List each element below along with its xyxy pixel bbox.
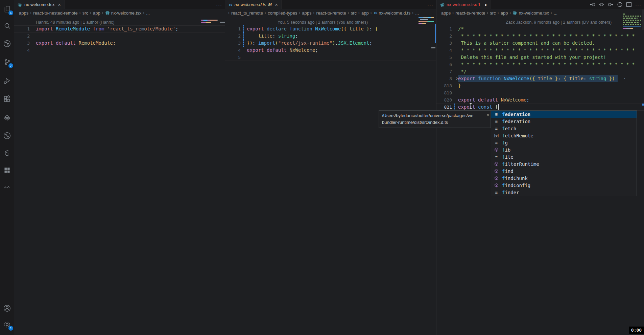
- code-editor[interactable]: 1/*2 * * * * * * * * * * * * * * * * * *…: [436, 25, 644, 111]
- suggestion-item[interactable]: ≡finder: [491, 189, 637, 196]
- suggestion-item[interactable]: findConfig: [491, 182, 637, 189]
- breadcrumb-item[interactable]: TSnx-welcome.d.ts: [374, 10, 410, 16]
- breadcrumb-item[interactable]: nx-welcome.tsx: [512, 10, 549, 16]
- search-icon[interactable]: [0, 19, 14, 33]
- suggestion-item[interactable]: ≡fetch: [491, 125, 637, 132]
- breadcrumb-item[interactable]: app: [361, 10, 369, 16]
- grid-extension-icon[interactable]: [0, 163, 14, 177]
- code-line[interactable]: 7 */: [436, 68, 644, 75]
- code-line[interactable]: 3export default RemoteModule;: [14, 40, 225, 47]
- breadcrumb-item[interactable]: apps: [441, 10, 451, 16]
- code-line[interactable]: 4export default NxWelcome;: [225, 47, 436, 54]
- code-line[interactable]: 1import RemoteModule from 'react_ts_remo…: [14, 25, 225, 32]
- overview-ruler-modified[interactable]: [642, 104, 644, 106]
- suggestion-item[interactable]: ≡file: [491, 153, 637, 160]
- squiggle-extension-icon[interactable]: [0, 180, 14, 194]
- code-line[interactable]: 4: [14, 47, 225, 54]
- code-editor[interactable]: 1import RemoteModule from 'react_ts_remo…: [14, 25, 225, 54]
- code-line[interactable]: 1/*: [436, 25, 644, 32]
- breadcrumb-item[interactable]: compiled-types: [268, 10, 297, 16]
- explorer-icon[interactable]: 1: [0, 2, 14, 16]
- code-line[interactable]: 5 Delete this file and get started with …: [436, 54, 644, 61]
- code-line[interactable]: 5: [225, 54, 436, 61]
- settings-icon[interactable]: 1: [0, 317, 14, 332]
- breadcrumb-item[interactable]: react_ts_remote: [231, 10, 263, 16]
- code-line[interactable]: 821export const f: [436, 104, 644, 111]
- code-line[interactable]: 2: [14, 32, 225, 40]
- extensions-icon[interactable]: [0, 92, 14, 106]
- breadcrumb-item[interactable]: nx-welcome.tsx: [105, 10, 142, 16]
- close-tab-icon[interactable]: ×: [275, 2, 278, 7]
- fold-chevron-icon[interactable]: ›: [455, 75, 458, 82]
- nx-console-icon[interactable]: [0, 146, 14, 160]
- scrollbar[interactable]: [642, 9, 644, 30]
- suggestion-item[interactable]: fib: [491, 146, 637, 153]
- close-tooltip-icon[interactable]: ×: [486, 112, 489, 118]
- minimap[interactable]: [419, 17, 434, 25]
- suggestion-item[interactable]: ≡federation: [491, 118, 637, 125]
- code-line[interactable]: 3}): import("react/jsx-runtime").JSX.Ele…: [225, 40, 436, 47]
- line-number: 4: [436, 47, 458, 54]
- open-changes-icon[interactable]: [599, 2, 604, 7]
- timeline-history-icon[interactable]: [617, 2, 623, 7]
- breadcrumb-item[interactable]: ...: [415, 10, 419, 16]
- overview-ruler-cursor[interactable]: [431, 47, 435, 48]
- suggestion-item[interactable]: findChunk: [491, 175, 637, 182]
- breadcrumb-item[interactable]: react-ts-nested-remote: [33, 10, 78, 16]
- code-line[interactable]: 2 * * * * * * * * * * * * * * * * * * * …: [436, 32, 644, 40]
- minimap[interactable]: [201, 20, 218, 24]
- breadcrumb-item[interactable]: react-ts-remote: [316, 10, 346, 16]
- suggestion-item[interactable]: ≡fg: [491, 139, 637, 146]
- breadcrumb-item[interactable]: apps: [19, 10, 28, 16]
- breadcrumb-item[interactable]: src: [82, 10, 88, 16]
- more-actions-icon[interactable]: ···: [635, 2, 641, 7]
- tab-nx-welcome-dts[interactable]: TS nx-welcome.d.ts M ×: [225, 0, 282, 9]
- code-line[interactable]: 4 * * * * * * * * * * * * * * * * * * * …: [436, 47, 644, 54]
- more-actions-icon[interactable]: ···: [427, 2, 433, 7]
- tab-bar: nx-welcome.tsx 1 ● ···: [436, 0, 644, 9]
- split-editor-icon[interactable]: [626, 2, 632, 7]
- source-control-badge: 7: [8, 63, 13, 68]
- suggestion-item[interactable]: filterRuntime: [491, 160, 637, 168]
- code-line[interactable]: 8›export function NxWelcome({ title }: {…: [436, 75, 644, 82]
- line-number: 4: [225, 47, 247, 54]
- code-line[interactable]: 818}: [436, 82, 644, 89]
- code-line[interactable]: 6 * * * * * * * * * * * * * * * * * * * …: [436, 61, 644, 68]
- breadcrumb-item[interactable]: src: [490, 10, 496, 16]
- code-line[interactable]: 2 title: string;: [225, 32, 436, 40]
- breadcrumb-item[interactable]: react-ts-remote: [455, 10, 485, 16]
- minimap[interactable]: [623, 14, 641, 30]
- code-line[interactable]: 3 This is a starter component and can be…: [436, 40, 644, 47]
- code-line[interactable]: 1export declare function NxWelcome({ tit…: [225, 25, 436, 32]
- accounts-icon[interactable]: [0, 301, 14, 315]
- breadcrumb-item[interactable]: apps: [302, 10, 311, 16]
- breadcrumb-item[interactable]: app: [93, 10, 100, 16]
- breadcrumb-item[interactable]: ...: [554, 10, 557, 16]
- unsaved-dot-icon[interactable]: ●: [484, 3, 487, 7]
- source-control-icon[interactable]: 7: [0, 55, 14, 69]
- breadcrumb-item[interactable]: src: [351, 10, 357, 16]
- code-line[interactable]: 820export default NxWelcome;: [436, 96, 644, 104]
- gitlens-icon[interactable]: [0, 37, 14, 51]
- breadcrumb-item[interactable]: ...: [146, 10, 150, 16]
- overview-ruler-marker[interactable]: [220, 22, 225, 23]
- breadcrumb: apps›react-ts-remote›src›app›nx-welcome.…: [436, 9, 644, 17]
- more-actions-icon[interactable]: ···: [216, 2, 222, 7]
- suggestion-item[interactable]: [⊘]fetchRemote: [491, 132, 637, 139]
- line-number: 4: [14, 47, 36, 54]
- next-change-icon[interactable]: [608, 2, 614, 7]
- suggestion-item[interactable]: find: [491, 168, 637, 175]
- tab-nx-welcome-tsx-1[interactable]: nx-welcome.tsx 1 ●: [436, 0, 491, 9]
- suggestion-item[interactable]: ≡federation: [491, 111, 637, 118]
- previous-change-icon[interactable]: [590, 2, 595, 7]
- code-editor[interactable]: 1export declare function NxWelcome({ tit…: [225, 25, 436, 61]
- breadcrumb-item[interactable]: app: [501, 10, 508, 16]
- close-tab-icon[interactable]: ×: [58, 2, 61, 7]
- tree-extension-icon[interactable]: [0, 111, 14, 125]
- git-graph-icon[interactable]: [0, 129, 14, 143]
- run-debug-icon[interactable]: [0, 74, 14, 88]
- breadcrumb-separator: ›: [487, 10, 488, 15]
- code-line[interactable]: 819: [436, 89, 644, 96]
- tab-nx-welcome-tsx[interactable]: nx-welcome.tsx ×: [14, 0, 65, 9]
- intellisense-suggest-widget: ≡federation≡federation≡fetch[⊘]fetchRemo…: [491, 110, 637, 196]
